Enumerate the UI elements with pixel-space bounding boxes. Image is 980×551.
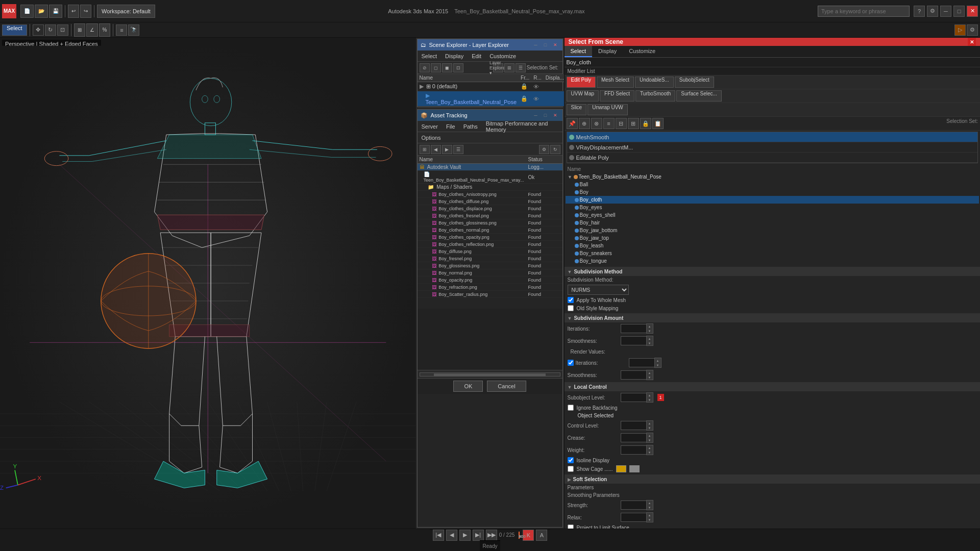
undoable-btn[interactable]: UndoableS...: [635, 77, 674, 88]
scene-exp-menu-customize[interactable]: Customize: [487, 53, 518, 59]
smoothness-up[interactable]: ▲: [647, 336, 653, 341]
asset-menu-server[interactable]: Server: [420, 123, 440, 130]
smoothness-down[interactable]: ▼: [647, 341, 653, 345]
modifier-meshsmooth[interactable]: MeshSmooth: [567, 132, 978, 142]
tree-item-boy[interactable]: Boy: [566, 188, 979, 196]
next-frame-btn[interactable]: ▶|: [473, 530, 484, 541]
asset-tool-1[interactable]: ⊞: [420, 145, 430, 154]
tree-item-boy-tongue[interactable]: Boy_tongue: [566, 257, 979, 265]
list-item[interactable]: 🖼 Boy_clothes_diffuse.png Found: [418, 198, 562, 205]
list-item[interactable]: 🖼 Boy_refraction.png Found: [418, 284, 562, 291]
prev-frame-btn[interactable]: ◀: [446, 530, 457, 541]
edit-poly-btn[interactable]: Edit Poly: [567, 77, 596, 88]
asset-tool-2[interactable]: ◀: [431, 145, 441, 154]
smoothness-input[interactable]: 1.0: [621, 336, 646, 345]
render-smooth-input[interactable]: 1.0: [621, 370, 646, 380]
snap-pct-btn[interactable]: %: [99, 23, 111, 37]
asset-tool-4[interactable]: ☰: [453, 145, 463, 154]
move-btn[interactable]: ✥: [33, 24, 44, 36]
sel-all-btn[interactable]: ◻: [431, 63, 441, 72]
list-item[interactable]: 🖼 Boy_normal.png Found: [418, 269, 562, 277]
render-smooth-up[interactable]: ▲: [647, 370, 653, 375]
relax-down[interactable]: ▼: [647, 517, 653, 522]
ctrl-level-up[interactable]: ▲: [647, 421, 653, 425]
asset-menu-bitmap[interactable]: Bitmap Performance and Memory: [484, 120, 560, 133]
subdivision-amount-header[interactable]: ▼ Subdivision Amount: [565, 314, 981, 322]
tree-root[interactable]: ▼ Teen_Boy_Basketball_Neutral_Pose: [566, 173, 979, 181]
list-item[interactable]: 🖼 Boy_clothes_normal.png Found: [418, 227, 562, 234]
asset-menu-paths[interactable]: Paths: [461, 123, 480, 130]
local-control-header[interactable]: ▼ Local Control: [565, 383, 981, 391]
tree-item-boy-hair[interactable]: Boy_hair: [566, 219, 979, 227]
tree-item-boy-cloth[interactable]: Boy_cloth: [566, 196, 979, 204]
crease-down[interactable]: ▼: [647, 438, 653, 442]
subdivision-method-header[interactable]: ▼ Subdivision Method: [565, 267, 981, 276]
tab-customize[interactable]: Customize: [623, 46, 662, 57]
viewport[interactable]: Perspective | Shaded + Edged Faces Total…: [0, 38, 416, 529]
render-iter-up[interactable]: ▲: [655, 358, 661, 363]
select-btn[interactable]: Select: [2, 24, 27, 36]
mod-icon-4[interactable]: ⊟: [616, 118, 627, 129]
render-btn[interactable]: ▷: [954, 24, 966, 36]
tree-item-boy-jaw-top[interactable]: Boy_jaw_top: [566, 234, 979, 242]
search-input[interactable]: [818, 6, 910, 17]
open-btn[interactable]: 📂: [35, 5, 48, 18]
asset-close[interactable]: ✕: [551, 111, 559, 119]
tree-item-ball[interactable]: Ball: [566, 181, 979, 188]
list-item[interactable]: 🖼 Boy_clothes_opacity.png Found: [418, 234, 562, 241]
mod-icon-6[interactable]: 🔒: [640, 118, 651, 129]
filter-btn[interactable]: ⊘: [420, 63, 430, 72]
ignore-backfacing-checkbox[interactable]: [568, 405, 574, 411]
scene-exp-btn[interactable]: 🔭: [128, 24, 139, 36]
old-style-mapping-checkbox[interactable]: [568, 305, 574, 311]
asset-menu-options[interactable]: Options: [420, 135, 443, 141]
layer-mgr-btn[interactable]: ≡: [116, 24, 127, 36]
play-btn[interactable]: ▶: [459, 530, 471, 541]
tree-item-boy-eyes-shell[interactable]: Boy_eyes_shell: [566, 211, 979, 219]
list-item[interactable]: 🖼 Boy_glossiness.png Found: [418, 262, 562, 269]
asset-tool-3[interactable]: ▶: [442, 145, 452, 154]
subobj-btn[interactable]: SubobjSelect: [675, 77, 714, 88]
subobj-up[interactable]: ▲: [647, 393, 653, 397]
play-next-btn[interactable]: ▶▶: [486, 530, 497, 541]
weight-down[interactable]: ▼: [647, 450, 653, 455]
mod-icon-pin[interactable]: 📌: [567, 118, 578, 129]
subdiv-method-select[interactable]: NURMS: [568, 285, 629, 295]
list-item[interactable]: 🖼 Boy_clothes_glossiness.png Found: [418, 219, 562, 227]
project-checkbox[interactable]: [568, 524, 574, 529]
sfs-close[interactable]: ✕: [968, 38, 976, 46]
list-item[interactable]: 📁 Maps / Shaders: [418, 184, 562, 191]
cage-color-swatch-2[interactable]: [629, 465, 640, 472]
list-item[interactable]: 📄 Teen_Boy_Basketball_Neutral_Pose_max_v…: [418, 171, 562, 184]
tab-display[interactable]: Display: [592, 46, 623, 57]
scale-btn[interactable]: ⊡: [57, 24, 68, 36]
inv-sel-btn[interactable]: ⊡: [453, 63, 463, 72]
asset-refresh[interactable]: ↻: [550, 145, 560, 154]
layer-exp-btn1[interactable]: ⊞: [504, 63, 514, 72]
render-iter-checkbox[interactable]: [568, 360, 574, 366]
slice-btn[interactable]: Slice: [567, 104, 587, 115]
strength-up[interactable]: ▲: [647, 500, 653, 505]
scene-exp-menu-edit[interactable]: Edit: [470, 53, 483, 59]
tab-select[interactable]: Select: [565, 46, 593, 57]
maximize-btn[interactable]: □: [953, 6, 965, 17]
subobj-input[interactable]: 0: [621, 393, 646, 402]
unwrap-uvw-btn[interactable]: Unwrap UVW: [587, 104, 628, 115]
asset-restore[interactable]: □: [542, 111, 550, 119]
desel-btn[interactable]: ◼: [442, 63, 452, 72]
mod-icon-2[interactable]: ⊗: [591, 118, 602, 129]
list-item[interactable]: 🖼 Boy_diffuse.png Found: [418, 248, 562, 255]
scene-explorer-minimize[interactable]: ─: [532, 41, 540, 49]
asset-menu-file[interactable]: File: [444, 123, 457, 130]
weight-input[interactable]: 1.0: [621, 445, 646, 455]
render-settings-btn[interactable]: ⚙: [967, 24, 978, 36]
render-iter-input[interactable]: 2: [629, 358, 654, 367]
list-item[interactable]: 🖼 Boy_fresnel.png Found: [418, 255, 562, 262]
mod-icon-3[interactable]: ≡: [603, 118, 615, 129]
asset-hscroll-thumb[interactable]: [434, 373, 546, 377]
close-btn[interactable]: ✕: [967, 6, 978, 17]
iterations-up[interactable]: ▲: [647, 324, 653, 329]
list-item[interactable]: 🏛 Autodesk Vault Logg...: [418, 164, 562, 171]
snap-angle-btn[interactable]: ∠: [86, 23, 98, 37]
play-prev-btn[interactable]: |◀: [433, 530, 444, 541]
